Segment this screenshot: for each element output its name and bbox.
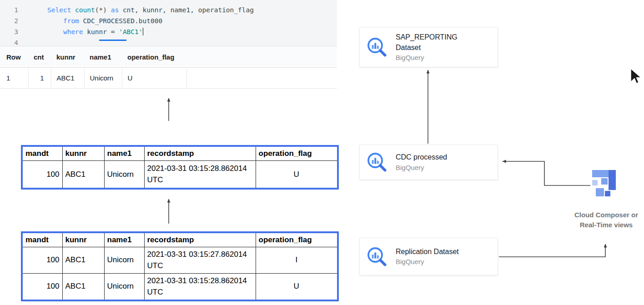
card-subtitle: BigQuery xyxy=(396,53,475,62)
table-cell: ABC1 xyxy=(51,68,84,89)
code-line: 4 xyxy=(0,37,337,46)
mouse-cursor xyxy=(630,68,642,85)
arrow-composer-to-cdc xyxy=(503,161,590,185)
screenshot-root: 1Select count(*) as cnt, kunnr, name1, o… xyxy=(0,0,644,305)
column-header: kunnr xyxy=(51,46,84,68)
table-cell: 2021-03-31 03:15:27.862014 UTC xyxy=(144,247,256,273)
line-number: 3 xyxy=(0,26,18,37)
table-cell: ABC1 xyxy=(62,247,104,273)
code-line: 3 where kunnr = 'ABC1' xyxy=(0,26,337,37)
replication-dataset-table: mandtkunnrname1recordstampoperation_flag… xyxy=(21,231,339,301)
column-header: name1 xyxy=(84,46,122,68)
card-sap-reporting-dataset[interactable]: SAP_REPORTING Dataset BigQuery xyxy=(359,27,498,67)
column-header: kunnr xyxy=(62,146,104,160)
column-header: operation_flag xyxy=(122,46,186,68)
arrow-repl-to-composer xyxy=(499,244,605,257)
table-cell: 100 xyxy=(22,273,62,300)
column-header: name1 xyxy=(104,232,144,247)
table-cell: 1 xyxy=(0,68,28,89)
table-row: 100ABC1Unicorn2021-03-31 03:15:28.862014… xyxy=(22,273,338,300)
table-cell: Unicorn xyxy=(104,273,144,300)
code-line: 2 from CDC_PROCESSED.but000 xyxy=(0,15,337,26)
cdc-table-header-row: mandtkunnrname1recordstampoperation_flag xyxy=(22,146,338,160)
column-header-filler xyxy=(186,46,337,68)
table-cell: 100 xyxy=(22,160,62,189)
table-cell: 1 xyxy=(28,68,51,89)
table-cell: I xyxy=(256,247,338,273)
column-header: mandt xyxy=(22,146,62,160)
code-text xyxy=(18,37,47,46)
line-number: 2 xyxy=(0,15,18,26)
table-cell: U xyxy=(256,160,338,189)
query-results-table: Rowcntkunnrname1operation_flag 11ABC1Uni… xyxy=(0,46,337,89)
code-text: where kunnr = 'ABC1' xyxy=(18,26,143,37)
table-cell: 2021-03-31 03:15:28.862014 UTC xyxy=(144,160,256,189)
column-header: operation_flag xyxy=(256,146,338,160)
column-header: recordstamp xyxy=(144,146,256,160)
results-header-row: Rowcntkunnrname1operation_flag xyxy=(0,46,337,68)
column-header: cnt xyxy=(28,46,51,68)
table-cell: Unicorn xyxy=(84,68,122,89)
card-title: Replication Dataset xyxy=(396,247,459,257)
column-header: recordstamp xyxy=(144,232,256,247)
code-line: 1Select count(*) as cnt, kunnr, name1, o… xyxy=(0,5,337,15)
text-caret xyxy=(143,28,143,35)
sql-editor-lines: 1Select count(*) as cnt, kunnr, name1, o… xyxy=(0,5,337,46)
table-cell: ABC1 xyxy=(62,273,104,300)
line-number: 4 xyxy=(0,37,18,46)
table-row: 100ABC1Unicorn2021-03-31 03:15:27.862014… xyxy=(22,247,338,273)
query-results-panel: Rowcntkunnrname1operation_flag 11ABC1Uni… xyxy=(0,46,337,89)
table-cell-filler xyxy=(186,68,337,89)
card-replication-dataset[interactable]: Replication Dataset BigQuery xyxy=(359,238,498,275)
editor-cursor-underline xyxy=(99,40,126,41)
card-title: SAP_REPORTING Dataset xyxy=(396,32,475,53)
bigquery-icon xyxy=(366,36,388,58)
table-cell: Unicorn xyxy=(104,247,144,273)
column-header: kunnr xyxy=(62,232,104,247)
table-row: 11ABC1UnicornU xyxy=(0,68,337,89)
bigquery-icon xyxy=(366,151,388,173)
card-subtitle: BigQuery xyxy=(396,257,459,266)
column-header: operation_flag xyxy=(256,232,338,247)
line-number: 1 xyxy=(0,5,18,15)
table-cell: U xyxy=(122,68,186,89)
cdc-processed-table: mandtkunnrname1recordstampoperation_flag… xyxy=(21,145,339,190)
table-cell: 2021-03-31 03:15:28.862014 UTC xyxy=(144,273,256,300)
card-cdc-processed[interactable]: CDC processed BigQuery xyxy=(359,145,498,180)
column-header: Row xyxy=(0,46,28,68)
table-row: 100ABC1Unicorn2021-03-31 03:15:28.862014… xyxy=(22,160,338,189)
bigquery-icon xyxy=(366,246,388,268)
table-cell: 100 xyxy=(22,247,62,273)
code-text: Select count(*) as cnt, kunnr, name1, op… xyxy=(18,5,254,15)
replication-table-header-row: mandtkunnrname1recordstampoperation_flag xyxy=(22,232,338,247)
composer-label-line1: Cloud Composer or xyxy=(568,210,644,220)
code-text: from CDC_PROCESSED.but000 xyxy=(18,15,162,26)
sql-query-editor[interactable]: 1Select count(*) as cnt, kunnr, name1, o… xyxy=(0,0,337,46)
table-cell: ABC1 xyxy=(62,160,104,189)
table-cell: U xyxy=(256,273,338,300)
cloud-composer-icon xyxy=(590,169,620,206)
table-cell: Unicorn xyxy=(104,160,144,189)
column-header: name1 xyxy=(104,146,144,160)
composer-label-line2: Real-Time views xyxy=(568,220,644,230)
composer-label: Cloud Composer or Real-Time views xyxy=(568,210,644,230)
card-subtitle: BigQuery xyxy=(396,163,447,172)
card-title: CDC processed xyxy=(396,152,447,162)
column-header: mandt xyxy=(22,232,62,247)
